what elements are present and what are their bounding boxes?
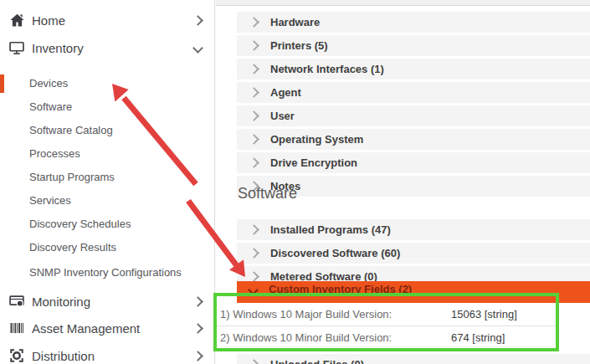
chevron-right-icon — [249, 17, 259, 28]
chevron-right-icon — [249, 271, 259, 282]
sidebar-subitem-discovery-schedules[interactable]: Discovery Schedules — [29, 216, 131, 233]
sidebar-subitem-snmp-inventory-configurations[interactable]: SNMP Inventory Configurations — [29, 264, 182, 281]
custom-field-row: 2) Windows 10 Minor Build Version: 674 [… — [216, 326, 559, 350]
active-item-marker — [0, 74, 4, 93]
sidebar-subitem-devices[interactable]: Devices — [29, 75, 68, 92]
custom-field-label: 2) Windows 10 Minor Build Version: — [220, 326, 392, 350]
sidebar-item-label: Inventory — [32, 41, 84, 55]
section-row-label: Discovered Software (60) — [270, 247, 400, 259]
sidebar-item-monitoring[interactable]: Monitoring — [0, 291, 214, 311]
section-row-uploaded-files[interactable]: Uploaded Files (0) — [237, 354, 590, 364]
sidebar-item-distribution[interactable]: Distribution — [0, 346, 214, 364]
sidebar-item-asset-management[interactable]: Asset Management — [0, 318, 214, 338]
chevron-right-icon — [192, 323, 203, 334]
chevron-right-icon — [249, 157, 259, 168]
device-detail-panel: Hardware Printers (5) Network Interfaces… — [215, 0, 590, 364]
section-row-hardware[interactable]: Hardware — [237, 12, 590, 33]
section-row-operating-system[interactable]: Operating System — [237, 129, 590, 150]
section-row-label: Agent — [270, 86, 301, 99]
monitor-icon — [8, 39, 25, 56]
sidebar-item-label: Distribution — [32, 349, 95, 363]
section-row-printers[interactable]: Printers (5) — [237, 35, 590, 56]
chevron-down-icon — [248, 285, 259, 295]
chevron-right-icon — [249, 224, 259, 235]
section-row-label: Operating System — [270, 133, 363, 146]
home-icon — [8, 12, 25, 28]
sidebar-nav: Home Inventory Devices Software Software… — [0, 0, 215, 364]
barcode-icon — [8, 320, 25, 336]
custom-field-label: 1) Windows 10 Major Build Version: — [220, 303, 392, 326]
section-row-label: Custom Inventory Fields (2) — [269, 283, 412, 295]
chevron-right-icon — [249, 248, 259, 259]
section-row-drive-encryption[interactable]: Drive Encryption — [237, 152, 590, 173]
chevron-right-icon — [249, 87, 259, 98]
section-row-user[interactable]: User — [237, 105, 590, 126]
section-row-label: User — [270, 110, 295, 122]
section-row-label: Hardware — [270, 16, 320, 28]
sidebar-subitem-software-catalog[interactable]: Software Catalog — [29, 122, 113, 139]
custom-field-value: 674 [string] — [451, 326, 505, 350]
section-row-network-interfaces[interactable]: Network Interfaces (1) — [237, 59, 590, 79]
sidebar-subitem-startup-programs[interactable]: Startup Programs — [29, 169, 115, 186]
chevron-down-icon — [192, 43, 203, 54]
target-icon — [8, 347, 25, 364]
sidebar-item-label: Home — [32, 13, 65, 28]
chevron-right-icon — [192, 296, 203, 307]
kace-inventory-device-page: { "sidebar": { "items": [ {"label": "Hom… — [0, 0, 590, 364]
section-row-label: Installed Programs (47) — [270, 223, 391, 236]
section-row-discovered-software[interactable]: Discovered Software (60) — [237, 243, 590, 264]
chevron-right-icon — [249, 134, 259, 145]
clipped-row-above — [216, 0, 590, 6]
sidebar-item-home[interactable]: Home — [0, 10, 214, 30]
section-row-agent[interactable]: Agent — [237, 82, 590, 103]
custom-field-row: 1) Windows 10 Major Build Version: 15063… — [216, 303, 559, 326]
section-row-label: Uploaded Files (0) — [270, 358, 364, 364]
sidebar-item-label: Monitoring — [32, 295, 90, 309]
chevron-right-icon — [249, 64, 259, 74]
sidebar-subitem-processes[interactable]: Processes — [29, 146, 80, 162]
chevron-right-icon — [192, 351, 203, 361]
sidebar-item-inventory[interactable]: Inventory — [0, 38, 214, 58]
sidebar-subitem-services[interactable]: Services — [29, 192, 71, 209]
monitoring-screen-icon — [8, 293, 25, 310]
software-section-heading: Software — [238, 185, 297, 203]
section-row-label: Network Interfaces (1) — [270, 63, 384, 75]
section-row-label: Drive Encryption — [270, 156, 357, 169]
chevron-right-icon — [192, 15, 203, 26]
chevron-right-icon — [249, 110, 259, 121]
chevron-right-icon — [249, 359, 259, 364]
sidebar-subitem-software[interactable]: Software — [29, 99, 72, 115]
sidebar-subitem-discovery-results[interactable]: Discovery Results — [29, 239, 116, 256]
custom-field-value: 15063 [string] — [451, 303, 517, 326]
sidebar-item-label: Asset Management — [32, 321, 140, 336]
chevron-right-icon — [249, 40, 259, 51]
section-row-label: Printers (5) — [270, 39, 328, 52]
section-row-custom-inventory-fields[interactable]: Custom Inventory Fields (2) — [237, 281, 590, 303]
section-row-installed-programs[interactable]: Installed Programs (47) — [237, 219, 590, 240]
